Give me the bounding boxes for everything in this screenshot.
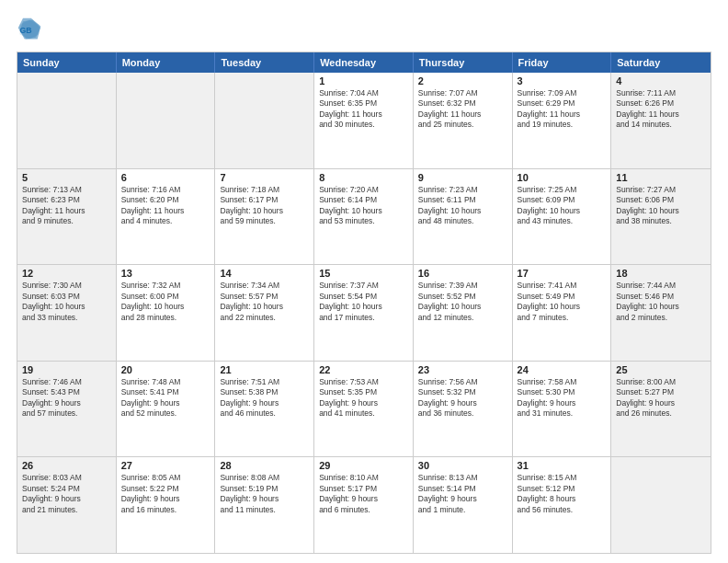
day-number: 1	[319, 75, 408, 86]
cal-cell-1: 1Sunrise: 7:04 AM Sunset: 6:35 PM Daylig…	[314, 73, 414, 168]
day-number: 3	[518, 75, 607, 86]
day-number: 30	[418, 460, 507, 471]
cal-cell-13: 13Sunrise: 7:32 AM Sunset: 6:00 PM Dayli…	[117, 265, 216, 361]
cal-header-saturday: Saturday	[611, 52, 711, 73]
day-number: 15	[319, 268, 408, 279]
logo-icon: GB	[17, 17, 42, 42]
day-info: Sunrise: 7:09 AM Sunset: 6:29 PM Dayligh…	[518, 88, 607, 131]
day-info: Sunrise: 7:18 AM Sunset: 6:17 PM Dayligh…	[220, 185, 309, 227]
day-info: Sunrise: 8:05 AM Sunset: 5:22 PM Dayligh…	[121, 473, 210, 515]
day-number: 17	[518, 268, 607, 279]
day-info: Sunrise: 7:16 AM Sunset: 6:20 PM Dayligh…	[121, 185, 210, 227]
cal-cell-11: 11Sunrise: 7:27 AM Sunset: 6:06 PM Dayli…	[611, 169, 711, 265]
day-number: 9	[418, 172, 507, 183]
cal-cell-14: 14Sunrise: 7:34 AM Sunset: 5:57 PM Dayli…	[215, 265, 314, 361]
day-info: Sunrise: 7:25 AM Sunset: 6:09 PM Dayligh…	[518, 185, 607, 227]
cal-cell-9: 9Sunrise: 7:23 AM Sunset: 6:11 PM Daylig…	[414, 169, 513, 265]
calendar: SundayMondayTuesdayWednesdayThursdayFrid…	[17, 52, 711, 554]
day-info: Sunrise: 8:13 AM Sunset: 5:14 PM Dayligh…	[418, 473, 507, 515]
cal-cell-21: 21Sunrise: 7:51 AM Sunset: 5:38 PM Dayli…	[215, 362, 314, 457]
day-info: Sunrise: 7:41 AM Sunset: 5:49 PM Dayligh…	[518, 281, 607, 323]
day-number: 31	[518, 460, 607, 471]
cal-cell-20: 20Sunrise: 7:48 AM Sunset: 5:41 PM Dayli…	[117, 362, 216, 457]
day-info: Sunrise: 7:58 AM Sunset: 5:30 PM Dayligh…	[518, 377, 607, 419]
cal-header-thursday: Thursday	[414, 52, 513, 73]
calendar-body: 1Sunrise: 7:04 AM Sunset: 6:35 PM Daylig…	[17, 73, 711, 553]
day-number: 29	[319, 460, 408, 471]
cal-cell-29: 29Sunrise: 8:10 AM Sunset: 5:17 PM Dayli…	[314, 457, 414, 553]
day-info: Sunrise: 8:08 AM Sunset: 5:19 PM Dayligh…	[220, 473, 309, 515]
cal-cell-empty-4-6	[611, 457, 711, 553]
cal-cell-24: 24Sunrise: 7:58 AM Sunset: 5:30 PM Dayli…	[513, 362, 612, 457]
day-info: Sunrise: 8:00 AM Sunset: 5:27 PM Dayligh…	[616, 377, 706, 419]
day-number: 20	[121, 364, 210, 375]
header: GB	[17, 17, 711, 42]
cal-cell-16: 16Sunrise: 7:39 AM Sunset: 5:52 PM Dayli…	[414, 265, 513, 361]
day-number: 8	[319, 172, 408, 183]
cal-cell-18: 18Sunrise: 7:44 AM Sunset: 5:46 PM Dayli…	[611, 265, 711, 361]
cal-cell-empty-0-1	[117, 73, 216, 168]
cal-week-5: 26Sunrise: 8:03 AM Sunset: 5:24 PM Dayli…	[17, 456, 711, 553]
day-info: Sunrise: 7:34 AM Sunset: 5:57 PM Dayligh…	[220, 281, 309, 323]
cal-cell-31: 31Sunrise: 8:15 AM Sunset: 5:12 PM Dayli…	[513, 457, 612, 553]
cal-cell-7: 7Sunrise: 7:18 AM Sunset: 6:17 PM Daylig…	[215, 169, 314, 265]
day-number: 10	[518, 172, 607, 183]
calendar-header: SundayMondayTuesdayWednesdayThursdayFrid…	[17, 52, 711, 73]
cal-week-2: 5Sunrise: 7:13 AM Sunset: 6:23 PM Daylig…	[17, 168, 711, 265]
cal-cell-15: 15Sunrise: 7:37 AM Sunset: 5:54 PM Dayli…	[314, 265, 414, 361]
cal-header-wednesday: Wednesday	[314, 52, 414, 73]
cal-cell-27: 27Sunrise: 8:05 AM Sunset: 5:22 PM Dayli…	[117, 457, 216, 553]
day-number: 7	[220, 172, 309, 183]
cal-cell-26: 26Sunrise: 8:03 AM Sunset: 5:24 PM Dayli…	[17, 457, 117, 553]
cal-cell-8: 8Sunrise: 7:20 AM Sunset: 6:14 PM Daylig…	[314, 169, 414, 265]
day-number: 11	[616, 172, 706, 183]
day-info: Sunrise: 7:27 AM Sunset: 6:06 PM Dayligh…	[616, 185, 706, 227]
cal-cell-25: 25Sunrise: 8:00 AM Sunset: 5:27 PM Dayli…	[611, 362, 711, 457]
day-info: Sunrise: 7:04 AM Sunset: 6:35 PM Dayligh…	[319, 88, 408, 131]
cal-cell-12: 12Sunrise: 7:30 AM Sunset: 6:03 PM Dayli…	[17, 265, 117, 361]
day-info: Sunrise: 7:51 AM Sunset: 5:38 PM Dayligh…	[220, 377, 309, 419]
cal-cell-5: 5Sunrise: 7:13 AM Sunset: 6:23 PM Daylig…	[17, 169, 117, 265]
cal-header-friday: Friday	[513, 52, 612, 73]
day-number: 5	[22, 172, 111, 183]
day-info: Sunrise: 7:48 AM Sunset: 5:41 PM Dayligh…	[121, 377, 210, 419]
cal-cell-3: 3Sunrise: 7:09 AM Sunset: 6:29 PM Daylig…	[513, 73, 612, 168]
day-number: 28	[220, 460, 309, 471]
day-number: 16	[418, 268, 507, 279]
day-number: 26	[22, 460, 111, 471]
cal-header-tuesday: Tuesday	[215, 52, 314, 73]
svg-text:GB: GB	[20, 26, 32, 35]
day-info: Sunrise: 8:10 AM Sunset: 5:17 PM Dayligh…	[319, 473, 408, 515]
day-number: 13	[121, 268, 210, 279]
logo: GB	[17, 17, 46, 42]
day-info: Sunrise: 8:03 AM Sunset: 5:24 PM Dayligh…	[22, 473, 111, 515]
cal-cell-4: 4Sunrise: 7:11 AM Sunset: 6:26 PM Daylig…	[611, 73, 711, 168]
page: GB SundayMondayTuesdayWednesdayThursdayF…	[0, 0, 728, 563]
day-info: Sunrise: 7:46 AM Sunset: 5:43 PM Dayligh…	[22, 377, 111, 419]
day-info: Sunrise: 7:56 AM Sunset: 5:32 PM Dayligh…	[418, 377, 507, 419]
day-info: Sunrise: 7:20 AM Sunset: 6:14 PM Dayligh…	[319, 185, 408, 227]
day-info: Sunrise: 7:44 AM Sunset: 5:46 PM Dayligh…	[616, 281, 706, 323]
day-info: Sunrise: 7:39 AM Sunset: 5:52 PM Dayligh…	[418, 281, 507, 323]
cal-header-sunday: Sunday	[17, 52, 117, 73]
cal-cell-10: 10Sunrise: 7:25 AM Sunset: 6:09 PM Dayli…	[513, 169, 612, 265]
day-number: 23	[418, 364, 507, 375]
day-number: 24	[518, 364, 607, 375]
day-number: 25	[616, 364, 706, 375]
day-number: 2	[418, 75, 507, 86]
day-info: Sunrise: 7:37 AM Sunset: 5:54 PM Dayligh…	[319, 281, 408, 323]
day-number: 4	[616, 75, 706, 86]
day-info: Sunrise: 7:23 AM Sunset: 6:11 PM Dayligh…	[418, 185, 507, 227]
cal-cell-17: 17Sunrise: 7:41 AM Sunset: 5:49 PM Dayli…	[513, 265, 612, 361]
cal-cell-empty-0-2	[215, 73, 314, 168]
day-info: Sunrise: 7:11 AM Sunset: 6:26 PM Dayligh…	[616, 88, 706, 131]
cal-cell-22: 22Sunrise: 7:53 AM Sunset: 5:35 PM Dayli…	[314, 362, 414, 457]
day-number: 19	[22, 364, 111, 375]
day-number: 22	[319, 364, 408, 375]
cal-week-1: 1Sunrise: 7:04 AM Sunset: 6:35 PM Daylig…	[17, 73, 711, 168]
day-number: 12	[22, 268, 111, 279]
cal-cell-empty-0-0	[17, 73, 117, 168]
day-info: Sunrise: 7:07 AM Sunset: 6:32 PM Dayligh…	[418, 88, 507, 131]
cal-cell-23: 23Sunrise: 7:56 AM Sunset: 5:32 PM Dayli…	[414, 362, 513, 457]
cal-week-4: 19Sunrise: 7:46 AM Sunset: 5:43 PM Dayli…	[17, 361, 711, 457]
